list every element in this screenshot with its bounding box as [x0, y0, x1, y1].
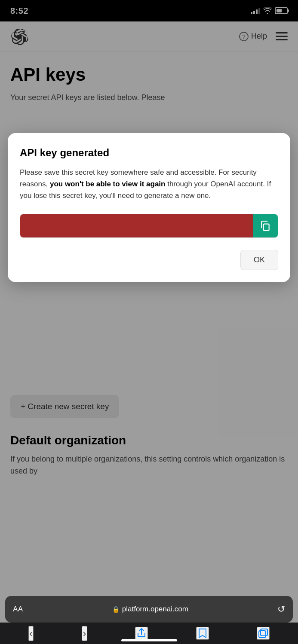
svg-rect-2: [264, 224, 269, 230]
modal-title: API key generated: [20, 147, 278, 159]
home-indicator: [121, 639, 177, 641]
copy-key-button[interactable]: [253, 214, 278, 237]
copy-icon: [260, 220, 271, 231]
safari-url-display[interactable]: 🔒 platform.openai.com: [112, 605, 188, 614]
safari-address-bar[interactable]: AA 🔒 platform.openai.com ↺: [5, 596, 293, 623]
forward-button[interactable]: ›: [82, 626, 87, 641]
lock-icon: 🔒: [112, 606, 120, 613]
modal-bold-text: you won't be able to view it again: [50, 180, 166, 188]
svg-rect-3: [259, 631, 266, 638]
modal-dialog: API key generated Please save this secre…: [8, 133, 290, 282]
svg-rect-4: [261, 629, 267, 636]
bookmarks-button[interactable]: [196, 627, 209, 640]
safari-aa-button[interactable]: AA: [13, 605, 23, 614]
key-row: [20, 214, 278, 238]
overlay-backdrop[interactable]: [0, 0, 298, 644]
share-button[interactable]: [135, 627, 148, 640]
ok-button[interactable]: OK: [240, 250, 278, 270]
ok-btn-row: OK: [20, 250, 278, 270]
api-key-input[interactable]: [20, 214, 253, 237]
modal-body: Please save this secret key somewhere sa…: [20, 167, 278, 202]
tabs-button[interactable]: [257, 627, 270, 640]
safari-url-text: platform.openai.com: [122, 605, 188, 614]
safari-reload-button[interactable]: ↺: [277, 604, 285, 615]
back-button[interactable]: ‹: [28, 626, 34, 641]
